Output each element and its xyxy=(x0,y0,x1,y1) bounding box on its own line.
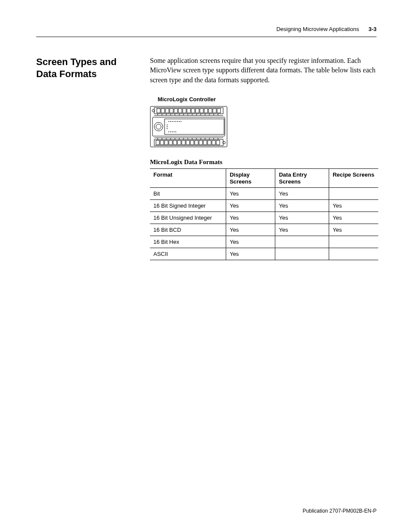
svg-rect-7 xyxy=(174,109,177,113)
svg-point-42 xyxy=(175,121,176,122)
cell-entry: Yes xyxy=(275,188,329,200)
svg-rect-6 xyxy=(170,109,173,113)
cell-format: ASCII xyxy=(150,248,226,260)
svg-rect-13 xyxy=(200,109,203,113)
svg-rect-73 xyxy=(160,140,164,145)
col-header-format: Format xyxy=(150,169,226,188)
cell-entry: Yes xyxy=(275,200,329,212)
svg-rect-75 xyxy=(169,140,172,145)
cell-entry: Yes xyxy=(275,224,329,236)
cell-entry: Yes xyxy=(275,212,329,224)
svg-rect-4 xyxy=(161,109,165,113)
controller-illustration xyxy=(150,106,227,147)
svg-rect-34 xyxy=(153,117,225,136)
svg-rect-17 xyxy=(217,109,221,113)
cell-display: Yes xyxy=(226,248,275,260)
cell-display: Yes xyxy=(226,236,275,248)
svg-point-45 xyxy=(181,121,181,122)
running-header: Designing Microview Applications 3-3 xyxy=(36,26,377,37)
publication-footer: Publication 2707-PM002B-EN-P xyxy=(303,508,377,514)
table-row: 16 Bit Signed Integer Yes Yes Yes xyxy=(150,200,378,212)
cell-display: Yes xyxy=(226,224,275,236)
cell-recipe: Yes xyxy=(329,200,378,212)
svg-point-50 xyxy=(170,131,171,132)
svg-rect-78 xyxy=(182,140,185,145)
page-number: 3-3 xyxy=(368,26,377,32)
svg-rect-14 xyxy=(204,109,208,113)
cell-recipe xyxy=(329,236,378,248)
cell-recipe: Yes xyxy=(329,224,378,236)
svg-rect-74 xyxy=(165,140,168,145)
svg-rect-5 xyxy=(165,109,169,113)
svg-point-51 xyxy=(172,131,173,132)
svg-rect-79 xyxy=(186,140,190,145)
cell-display: Yes xyxy=(226,200,275,212)
svg-rect-9 xyxy=(183,109,186,113)
svg-point-47 xyxy=(167,126,168,127)
svg-rect-84 xyxy=(208,140,211,145)
svg-rect-86 xyxy=(216,140,220,145)
figure-caption: MicroLogix Controller xyxy=(158,96,378,103)
svg-point-52 xyxy=(174,131,174,132)
table-row: 16 Bit Hex Yes xyxy=(150,236,378,248)
cell-format: 16 Bit BCD xyxy=(150,224,226,236)
cell-recipe xyxy=(329,248,378,260)
svg-point-46 xyxy=(167,124,168,125)
svg-point-48 xyxy=(167,128,168,129)
table-header-row: Format Display Screens Data Entry Screen… xyxy=(150,169,378,188)
svg-rect-10 xyxy=(187,109,190,113)
svg-point-37 xyxy=(156,124,161,129)
svg-rect-80 xyxy=(190,140,194,145)
svg-point-44 xyxy=(179,121,180,122)
table-row: Bit Yes Yes xyxy=(150,188,378,200)
header-title: Designing Microview Applications xyxy=(276,26,359,32)
svg-point-41 xyxy=(174,121,174,122)
cell-display: Yes xyxy=(226,188,275,200)
cell-format: 16 Bit Unsigned Integer xyxy=(150,212,226,224)
cell-recipe: Yes xyxy=(329,212,378,224)
cell-format: Bit xyxy=(150,188,226,200)
table-row: 16 Bit BCD Yes Yes Yes xyxy=(150,224,378,236)
svg-point-38 xyxy=(168,121,169,122)
col-header-recipe: Recipe Screens xyxy=(329,169,378,188)
svg-point-53 xyxy=(175,131,176,132)
cell-format: 16 Bit Hex xyxy=(150,236,226,248)
data-formats-table: Format Display Screens Data Entry Screen… xyxy=(150,168,378,260)
svg-rect-72 xyxy=(156,140,159,145)
svg-rect-11 xyxy=(191,109,195,113)
svg-rect-12 xyxy=(196,109,199,113)
svg-rect-16 xyxy=(213,109,216,113)
section-heading: Screen Types and Data Formats xyxy=(36,56,136,80)
col-header-display: Display Screens xyxy=(226,169,275,188)
table-row: ASCII Yes xyxy=(150,248,378,260)
cell-recipe xyxy=(329,188,378,200)
svg-rect-85 xyxy=(212,140,215,145)
svg-rect-15 xyxy=(209,109,212,113)
svg-rect-3 xyxy=(157,109,160,113)
svg-point-36 xyxy=(154,122,163,131)
svg-point-49 xyxy=(168,131,169,132)
svg-rect-82 xyxy=(199,140,202,145)
cell-entry xyxy=(275,236,329,248)
svg-point-40 xyxy=(172,121,173,122)
table-row: 16 Bit Unsigned Integer Yes Yes Yes xyxy=(150,212,378,224)
table-title: MicroLogix Data Formats xyxy=(150,159,378,166)
svg-rect-8 xyxy=(178,109,182,113)
svg-rect-83 xyxy=(203,140,207,145)
svg-rect-76 xyxy=(173,140,177,145)
intro-paragraph: Some application screens require that yo… xyxy=(150,56,378,85)
svg-point-43 xyxy=(177,121,178,122)
svg-rect-35 xyxy=(165,119,224,134)
cell-format: 16 Bit Signed Integer xyxy=(150,200,226,212)
col-header-entry: Data Entry Screens xyxy=(275,169,329,188)
cell-entry xyxy=(275,248,329,260)
svg-point-39 xyxy=(170,121,171,122)
svg-rect-81 xyxy=(195,140,198,145)
cell-display: Yes xyxy=(226,212,275,224)
svg-rect-77 xyxy=(177,140,181,145)
